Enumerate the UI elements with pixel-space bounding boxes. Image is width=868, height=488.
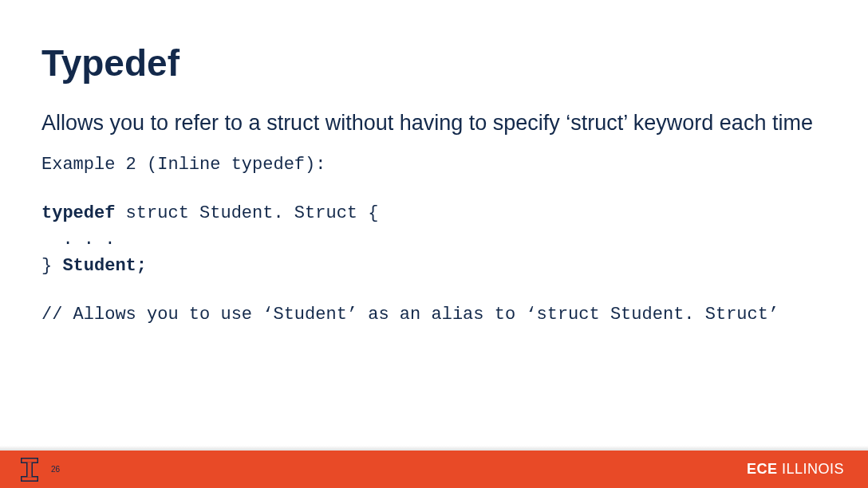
example-label: Example 2 (Inline typedef): bbox=[41, 155, 326, 175]
footer-left: 26 bbox=[19, 457, 60, 482]
svg-rect-4 bbox=[28, 462, 32, 477]
content-area: Typedef Allows you to refer to a struct … bbox=[41, 41, 836, 328]
typedef-name: Student; bbox=[62, 256, 147, 276]
code-comment: // Allows you to use ‘Student’ as an ali… bbox=[41, 305, 779, 325]
page-number: 26 bbox=[51, 465, 60, 474]
illinois-logo-icon bbox=[19, 457, 40, 482]
ece-bold: ECE bbox=[747, 461, 778, 477]
svg-rect-3 bbox=[22, 458, 37, 462]
code-block: Example 2 (Inline typedef): typedef stru… bbox=[41, 152, 836, 328]
ece-illinois-wordmark: ECE ILLINOIS bbox=[747, 461, 844, 478]
slide-description: Allows you to refer to a struct without … bbox=[41, 108, 836, 137]
code-line-2: . . . bbox=[41, 230, 115, 250]
ece-thin: ILLINOIS bbox=[777, 461, 844, 477]
slide-title: Typedef bbox=[41, 41, 836, 85]
keyword-typedef: typedef bbox=[41, 203, 115, 223]
code-line-1-rest: struct Student. Struct { bbox=[115, 203, 378, 223]
slide: Typedef Allows you to refer to a struct … bbox=[0, 0, 868, 488]
footer-bar: 26 ECE ILLINOIS bbox=[0, 451, 868, 488]
svg-rect-5 bbox=[22, 477, 37, 480]
code-line-3-brace: } bbox=[41, 256, 62, 276]
